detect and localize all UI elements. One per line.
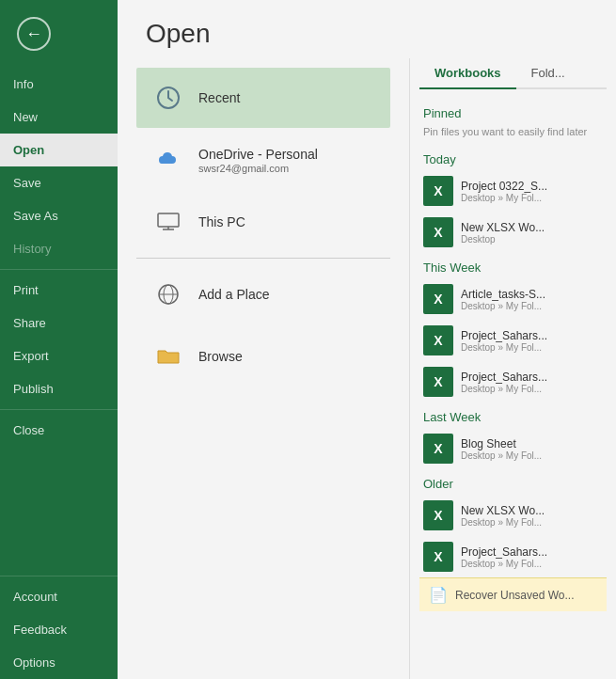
location-onedrive-label: OneDrive - Personal	[198, 147, 318, 162]
location-divider	[136, 258, 390, 259]
file-item-older-1[interactable]: Project_Sahars... Desktop » My Fol...	[419, 536, 607, 577]
sidebar: ← Info New Open Save Save As History Pri…	[0, 0, 118, 679]
sidebar-divider-2	[0, 409, 118, 410]
file-name-older-0: New XLSX Wo...	[461, 504, 603, 517]
file-name-week-0: Article_tasks-S...	[461, 288, 603, 301]
tab-folders[interactable]: Fold...	[516, 58, 580, 87]
file-name-older-1: Project_Sahars...	[461, 545, 603, 559]
file-name-today-1: New XLSX Wo...	[461, 221, 603, 234]
file-path-older-1: Desktop » My Fol...	[461, 559, 603, 569]
clock-icon	[150, 79, 187, 117]
sidebar-item-publish[interactable]: Publish	[0, 372, 118, 405]
location-browse[interactable]: Browse	[136, 326, 390, 387]
excel-icon-today-0	[423, 176, 453, 206]
recover-icon: 📄	[429, 586, 448, 604]
computer-icon	[150, 203, 187, 241]
pin-hint: Pin files you want to easily find later	[419, 124, 607, 145]
sidebar-item-print[interactable]: Print	[0, 274, 118, 307]
files-panel: Workbooks Fold... Pinned Pin files you w…	[409, 58, 616, 679]
file-item-week-1[interactable]: Project_Sahars... Desktop » My Fol...	[419, 320, 607, 361]
file-info-today-0: Project 0322_S... Desktop » My Fol...	[461, 180, 603, 203]
file-info-week-1: Project_Sahars... Desktop » My Fol...	[461, 329, 603, 353]
file-info-lastweek-0: Blog Sheet Desktop » My Fol...	[461, 437, 603, 461]
recover-label: Recover Unsaved Wo...	[455, 589, 575, 602]
main-body: Recent OneDrive - Personal swsr24@gmail.…	[118, 58, 616, 679]
file-name-week-2: Project_Sahars...	[461, 371, 603, 384]
location-add-place[interactable]: Add a Place	[136, 264, 390, 324]
location-recent[interactable]: Recent	[136, 68, 390, 128]
globe-icon	[150, 276, 187, 313]
tab-workbooks[interactable]: Workbooks	[419, 58, 516, 89]
file-path-week-2: Desktop » My Fol...	[461, 384, 603, 394]
main-header: Open	[118, 0, 616, 58]
excel-icon-week-0	[423, 284, 453, 314]
excel-icon-week-1	[423, 325, 453, 355]
sidebar-item-history: History	[0, 232, 118, 265]
file-item-week-0[interactable]: Article_tasks-S... Desktop » My Fol...	[419, 278, 607, 320]
location-onedrive[interactable]: OneDrive - Personal swsr24@gmail.com	[136, 130, 390, 190]
file-path-lastweek-0: Desktop » My Fol...	[461, 450, 603, 461]
file-name-today-0: Project 0322_S...	[461, 180, 603, 193]
file-item-today-0[interactable]: Project 0322_S... Desktop » My Fol...	[419, 170, 607, 212]
file-info-week-2: Project_Sahars... Desktop » My Fol...	[461, 371, 603, 394]
file-item-lastweek-0[interactable]: Blog Sheet Desktop » My Fol...	[419, 428, 607, 469]
location-browse-label: Browse	[198, 349, 243, 364]
page-title: Open	[146, 19, 588, 49]
sidebar-item-open[interactable]: Open	[0, 134, 118, 166]
file-name-lastweek-0: Blog Sheet	[461, 437, 603, 450]
section-older-label: Older	[419, 469, 607, 495]
section-pinned-label: Pinned	[419, 99, 607, 124]
sidebar-item-save[interactable]: Save	[0, 166, 118, 199]
sidebar-item-close[interactable]: Close	[0, 414, 118, 447]
location-recent-label: Recent	[198, 90, 240, 105]
sidebar-item-new[interactable]: New	[0, 101, 118, 134]
file-info-today-1: New XLSX Wo... Desktop	[461, 221, 603, 245]
svg-rect-1	[158, 213, 179, 227]
file-item-week-2[interactable]: Project_Sahars... Desktop » My Fol...	[419, 361, 607, 403]
excel-icon-older-0	[423, 500, 453, 530]
sidebar-item-info[interactable]: Info	[0, 68, 118, 101]
excel-icon-lastweek-0	[423, 434, 453, 464]
file-path-older-0: Desktop » My Fol...	[461, 517, 603, 528]
sidebar-item-feedback[interactable]: Feedback	[0, 613, 118, 646]
section-last-week-label: Last Week	[419, 403, 607, 428]
sidebar-divider-1	[0, 269, 118, 270]
recover-unsaved-bar[interactable]: 📄 Recover Unsaved Wo...	[419, 577, 607, 611]
sidebar-item-options[interactable]: Options	[0, 646, 118, 679]
location-this-pc-label: This PC	[198, 214, 245, 229]
file-item-today-1[interactable]: New XLSX Wo... Desktop	[419, 212, 607, 253]
tabs-bar: Workbooks Fold...	[419, 58, 607, 89]
location-this-pc[interactable]: This PC	[136, 192, 390, 252]
file-path-week-0: Desktop » My Fol...	[461, 301, 603, 311]
excel-icon-week-2	[423, 367, 453, 397]
section-this-week-label: This Week	[419, 253, 607, 278]
folder-icon	[150, 338, 187, 375]
locations-panel: Recent OneDrive - Personal swsr24@gmail.…	[118, 58, 409, 679]
file-info-older-0: New XLSX Wo... Desktop » My Fol...	[461, 504, 603, 528]
sidebar-item-account[interactable]: Account	[0, 580, 118, 613]
sidebar-bottom: Account Feedback Options	[0, 572, 118, 679]
main-panel: Open Recent	[118, 0, 616, 679]
excel-icon-older-1	[423, 542, 453, 572]
section-today-label: Today	[419, 145, 607, 170]
location-onedrive-sub: swsr24@gmail.com	[198, 163, 318, 174]
file-name-week-1: Project_Sahars...	[461, 329, 603, 342]
file-item-older-0[interactable]: New XLSX Wo... Desktop » My Fol...	[419, 495, 607, 536]
location-add-place-label: Add a Place	[198, 287, 270, 302]
sidebar-item-export[interactable]: Export	[0, 340, 118, 372]
sidebar-divider-3	[0, 576, 118, 576]
back-button[interactable]: ←	[0, 0, 118, 68]
sidebar-item-share[interactable]: Share	[0, 307, 118, 340]
sidebar-item-save-as[interactable]: Save As	[0, 199, 118, 232]
file-path-today-0: Desktop » My Fol...	[461, 193, 603, 203]
file-path-week-1: Desktop » My Fol...	[461, 342, 603, 353]
file-info-older-1: Project_Sahars... Desktop » My Fol...	[461, 545, 603, 569]
back-circle-icon: ←	[17, 17, 51, 51]
file-info-week-0: Article_tasks-S... Desktop » My Fol...	[461, 288, 603, 311]
sidebar-nav: Info New Open Save Save As History Print…	[0, 68, 118, 572]
file-path-today-1: Desktop	[461, 234, 603, 245]
excel-icon-today-1	[423, 217, 453, 247]
cloud-icon	[150, 141, 187, 179]
